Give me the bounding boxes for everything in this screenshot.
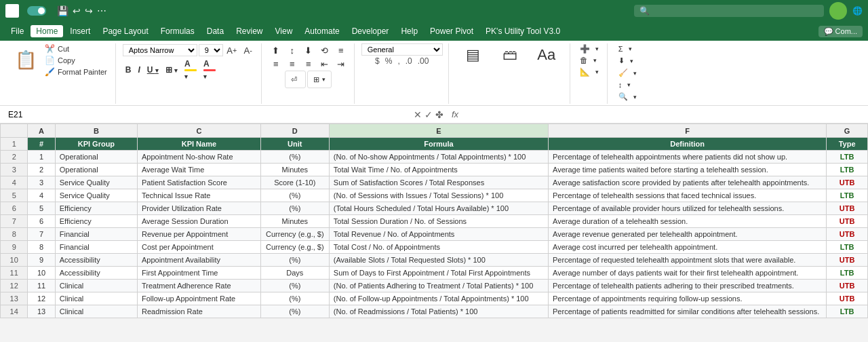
font-shrink-button[interactable]: A- <box>241 43 256 57</box>
cell-a[interactable]: 3 <box>28 176 55 189</box>
cell-f[interactable]: Percentage of appointments requiring fol… <box>549 292 827 305</box>
cell-f[interactable]: Average cost incurred per telehealth app… <box>549 241 827 254</box>
autosave-toggle[interactable] <box>27 6 46 16</box>
menu-insert[interactable]: Insert <box>64 25 96 37</box>
save-icon[interactable]: 💾 <box>57 5 68 16</box>
cell-d[interactable]: Currency (e.g., $) <box>260 241 329 254</box>
border-button[interactable]: ⊞ ▾ <box>163 64 180 75</box>
autosum-button[interactable]: Σ ▾ <box>614 43 641 54</box>
header-e[interactable]: Formula <box>329 138 548 151</box>
indent-button[interactable]: ≡ <box>334 43 349 57</box>
cell-c[interactable]: Revenue per Appointment <box>137 228 260 241</box>
cell-c[interactable]: Technical Issue Rate <box>137 189 260 202</box>
cancel-formula-button[interactable]: ✕ <box>414 109 422 120</box>
cell-b[interactable]: Efficiency <box>55 215 137 228</box>
increase-decimal-button[interactable]: .0 <box>403 56 414 66</box>
cell-b[interactable]: Service Quality <box>55 189 137 202</box>
increase-indent-button[interactable]: ⇥ <box>334 57 349 71</box>
cell-d[interactable]: (%) <box>260 254 329 267</box>
cell-g[interactable]: UTB <box>827 292 868 305</box>
cell-b[interactable]: Financial <box>55 241 137 254</box>
align-left-button[interactable]: ≡ <box>269 57 283 71</box>
copy-button[interactable]: 📄Copy <box>42 55 110 66</box>
cell-d[interactable]: Minutes <box>260 215 329 228</box>
cell-e[interactable]: (Total Hours Scheduled / Total Hours Ava… <box>329 202 548 215</box>
cell-d[interactable]: (%) <box>260 280 329 292</box>
menu-data[interactable]: Data <box>201 25 229 37</box>
cell-a[interactable]: 9 <box>28 254 55 267</box>
cell-a[interactable]: 13 <box>28 305 55 318</box>
cell-styles-button[interactable]: Aa <box>529 43 564 66</box>
cell-g[interactable]: UTB <box>827 202 868 215</box>
cell-e[interactable]: Sum of Satisfaction Scores / Total Respo… <box>329 176 548 189</box>
cell-f[interactable]: Percentage of patients readmitted for si… <box>549 305 827 318</box>
font-color-button[interactable]: A ▾ <box>201 58 218 81</box>
align-right-button[interactable]: ≡ <box>301 57 316 71</box>
col-header-b[interactable]: B <box>55 124 137 138</box>
align-middle-button[interactable]: ↕ <box>285 43 300 57</box>
cell-b[interactable]: Accessibility <box>55 267 137 280</box>
cell-c[interactable]: Cost per Appointment <box>137 241 260 254</box>
format-painter-button[interactable]: 🖌️Format Painter <box>42 66 110 77</box>
avatar[interactable] <box>829 2 847 20</box>
cell-c[interactable]: Provider Utilization Rate <box>137 202 260 215</box>
cell-a[interactable]: 6 <box>28 215 55 228</box>
header-g[interactable]: Type <box>827 138 868 151</box>
header-d[interactable]: Unit <box>260 138 329 151</box>
cell-e[interactable]: Total Cost / No. of Appointments <box>329 241 548 254</box>
header-c[interactable]: KPI Name <box>137 138 260 151</box>
cell-a[interactable]: 1 <box>28 151 55 164</box>
sort-filter-button[interactable]: ↕ ▾ <box>614 79 641 90</box>
col-header-c[interactable]: C <box>137 124 260 138</box>
cell-e[interactable]: Sum of Days to First Appointment / Total… <box>329 267 548 280</box>
align-top-button[interactable]: ⬆ <box>269 43 283 57</box>
cell-e[interactable]: (Available Slots / Total Requested Slots… <box>329 254 548 267</box>
cell-e[interactable]: Total Revenue / No. of Appointments <box>329 228 548 241</box>
cell-d[interactable]: Score (1-10) <box>260 176 329 189</box>
menu-view[interactable]: View <box>270 25 298 37</box>
formula-input[interactable] <box>467 110 864 119</box>
format-button[interactable]: 📐 ▾ <box>577 66 601 77</box>
menu-review[interactable]: Review <box>231 25 268 37</box>
font-name-select[interactable]: Aptos Narrow <box>123 44 197 56</box>
wrap-text-button[interactable]: ⏎ <box>285 71 306 88</box>
cell-b[interactable]: Efficiency <box>55 202 137 215</box>
cell-b[interactable]: Operational <box>55 164 137 176</box>
col-header-d[interactable]: D <box>260 124 329 138</box>
insert-button[interactable]: ➕ ▾ <box>577 43 601 54</box>
cell-a[interactable]: 7 <box>28 228 55 241</box>
cell-c[interactable]: Average Session Duration <box>137 215 260 228</box>
cell-d[interactable]: Currency (e.g., $) <box>260 228 329 241</box>
menu-developer[interactable]: Developer <box>347 25 395 37</box>
cell-b[interactable]: Operational <box>55 151 137 164</box>
cell-c[interactable]: Appointment No-show Rate <box>137 151 260 164</box>
cell-f[interactable]: Average number of days patients wait for… <box>549 267 827 280</box>
header-b[interactable]: KPI Group <box>55 138 137 151</box>
cut-button[interactable]: ✂️Cut <box>42 43 110 54</box>
number-format-select[interactable]: General <box>361 43 443 56</box>
cell-b[interactable]: Clinical <box>55 305 137 318</box>
cell-a[interactable]: 10 <box>28 267 55 280</box>
cell-a[interactable]: 4 <box>28 189 55 202</box>
col-header-a[interactable]: A <box>28 124 55 138</box>
cell-g[interactable]: LTB <box>827 151 868 164</box>
cell-a[interactable]: 8 <box>28 241 55 254</box>
menu-file[interactable]: File <box>5 25 29 37</box>
header-f[interactable]: Definition <box>549 138 827 151</box>
cell-g[interactable]: LTB <box>827 241 868 254</box>
cell-d[interactable]: (%) <box>260 189 329 202</box>
col-header-f[interactable]: F <box>549 124 827 138</box>
cell-c[interactable]: Follow-up Appointment Rate <box>137 292 260 305</box>
cell-c[interactable]: Patient Satisfaction Score <box>137 176 260 189</box>
clear-button[interactable]: 🧹 ▾ <box>614 67 641 79</box>
cell-e[interactable]: (No. of Patients Adhering to Treatment /… <box>329 280 548 292</box>
percent-button[interactable]: % <box>383 56 395 66</box>
cell-f[interactable]: Average duration of a telehealth session… <box>549 215 827 228</box>
currency-button[interactable]: $ <box>373 56 382 66</box>
align-bottom-button[interactable]: ⬇ <box>301 43 316 57</box>
cell-a[interactable]: 5 <box>28 202 55 215</box>
menu-home[interactable]: Home <box>31 25 63 37</box>
cell-a[interactable]: 11 <box>28 280 55 292</box>
cell-b[interactable]: Service Quality <box>55 176 137 189</box>
cell-c[interactable]: First Appointment Time <box>137 267 260 280</box>
